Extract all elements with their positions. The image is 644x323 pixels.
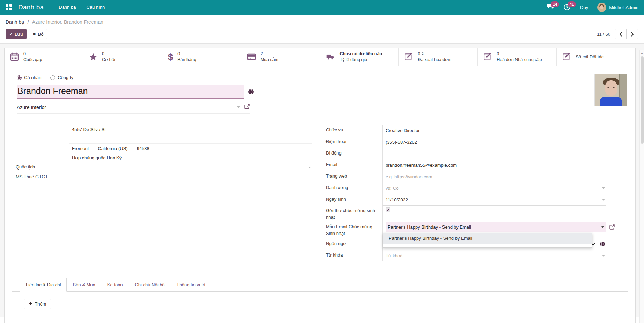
stat-button-sales[interactable]: $ 0Bán hàng <box>162 48 241 66</box>
tab-internal-notes[interactable]: Ghi chú Nội bộ <box>129 278 171 292</box>
birthdate-label: Ngày sinh <box>326 194 382 206</box>
form-sheet: 0Cuộc gặp 0Cơ hội $ 0Bán hàng 2Mua s <box>4 48 636 323</box>
messages-icon[interactable]: 14 <box>547 3 554 11</box>
systray: 14 41 Duy Mitchell Admin <box>547 3 638 12</box>
vat-field[interactable] <box>69 172 312 182</box>
messages-badge: 14 <box>551 1 559 7</box>
stat-button-on-time-rate[interactable]: Chưa có dữ liệu nàoTỷ lệ đúng giờ <box>320 48 399 66</box>
job-field[interactable]: Creative Director <box>382 125 606 136</box>
chevron-right-icon <box>631 32 634 37</box>
discard-button[interactable]: ✖ Bỏ <box>29 29 47 39</box>
chevron-left-icon <box>619 32 622 37</box>
address-label-spacer <box>12 125 69 163</box>
globe-icon[interactable] <box>248 89 254 95</box>
stat-button-meetings[interactable]: 0Cuộc gặp <box>5 48 83 66</box>
pager-previous-button[interactable] <box>615 29 627 39</box>
stat-button-opportunities[interactable]: 0Cơ hội <box>83 48 162 66</box>
stat-button-purchases[interactable]: 2Mua sắm <box>241 48 320 66</box>
stat-label: Sổ cái Đối tác <box>576 54 603 59</box>
tab-accounting[interactable]: Kế toán <box>101 278 129 292</box>
mobile-row: Di động <box>326 148 606 159</box>
nav-menu: Danh bạ Cấu hình <box>53 0 110 15</box>
title-input[interactable] <box>386 186 606 191</box>
job-row: Chức vụ Creative Director <box>326 125 606 136</box>
birthdate-field[interactable]: 11/10/2022 <box>382 194 606 206</box>
menu-contacts[interactable]: Danh bạ <box>53 0 81 15</box>
title-label: Danh xưng <box>326 182 382 194</box>
ledger-icon <box>562 52 571 61</box>
phone-field[interactable]: (355)-687-3262 <box>382 136 606 148</box>
scrollbar-thumb[interactable] <box>641 56 644 144</box>
zip-field[interactable]: 94538 <box>137 146 149 151</box>
text-cursor <box>453 224 453 230</box>
external-link-icon[interactable] <box>609 224 615 231</box>
tags-label: Từ khóa <box>326 250 382 261</box>
tab-location-info[interactable]: Thông tin vị trí <box>171 278 211 292</box>
form-body: Cá nhân Công ty Azure Interior <box>5 66 635 323</box>
caret-down-icon <box>601 226 604 228</box>
app-title[interactable]: Danh bạ <box>18 3 44 11</box>
apps-grid-icon[interactable] <box>6 4 13 11</box>
birthday-template-field[interactable]: Partner's Happy Birthday - Send by Email <box>386 222 606 232</box>
tab-sales-purchase[interactable]: Bán & Mua <box>67 278 101 292</box>
dropdown-option[interactable]: Partner's Happy Birthday - Send by Email <box>383 233 592 244</box>
breadcrumb-root[interactable]: Danh bạ <box>6 19 24 25</box>
email-field[interactable]: brandon.freeman55@example.com <box>382 159 606 171</box>
user-menu[interactable]: Mitchell Admin <box>597 3 638 12</box>
nationality-field[interactable] <box>69 163 312 172</box>
save-button[interactable]: ✔ Lưu <box>6 29 27 39</box>
mobile-field[interactable] <box>382 148 606 159</box>
globe-icon[interactable] <box>600 241 605 247</box>
contact-form-screen: Danh bạ Danh bạ Cấu hình 14 41 Duy <box>0 0 644 323</box>
scrollbar-up-arrow[interactable]: ▲ <box>640 50 644 54</box>
menu-configuration[interactable]: Cấu hình <box>81 0 110 15</box>
radio-unselected-icon <box>50 75 55 80</box>
nationality-row: Quốc tịch <box>12 163 312 172</box>
check-icon: ✔ <box>9 32 13 36</box>
pager <box>615 29 638 39</box>
state-field[interactable]: California (US) <box>98 146 127 151</box>
job-label: Chức vụ <box>326 125 382 136</box>
company-type-radio-group: Cá nhân Công ty <box>17 75 628 80</box>
vat-row: MS Thuế GTGT <box>12 172 312 182</box>
pager-next-button[interactable] <box>627 29 638 39</box>
stat-button-partner-ledger[interactable]: Sổ cái Đối tác <box>557 48 635 66</box>
activities-icon[interactable]: 41 <box>563 3 571 11</box>
company-switcher[interactable]: Duy <box>580 5 588 10</box>
street-field[interactable]: 4557 De Silva St <box>69 125 312 134</box>
address-values: 4557 De Silva St Fremont California (US)… <box>69 125 312 163</box>
stat-button-invoiced[interactable]: 0 ₫Đã xuất hoá đơn <box>399 48 478 66</box>
street2-field[interactable] <box>69 134 312 144</box>
radio-company[interactable]: Công ty <box>50 75 73 80</box>
name-row <box>17 85 628 99</box>
tab-contacts-addresses[interactable]: Liên lạc & Địa chỉ <box>20 278 67 292</box>
company-field[interactable]: Azure Interior <box>17 105 237 110</box>
birthday-template-label: Mẫu Email Chúc mừng Sinh nhật <box>326 222 382 238</box>
breadcrumb-current: Azure Interior, Brandon Freeman <box>32 19 103 25</box>
city-state-zip-row: Fremont California (US) 94538 <box>69 144 312 153</box>
birthday-reminder-checkbox[interactable] <box>386 207 390 212</box>
save-button-label: Lưu <box>15 31 23 37</box>
country-field[interactable]: Hợp chủng quốc Hoa Kỳ <box>69 153 312 163</box>
stat-button-vendor-bills[interactable]: 0Hoá đơn Nhà cung cấp <box>478 48 557 66</box>
contact-name-input[interactable] <box>17 85 244 99</box>
star-icon <box>89 53 97 61</box>
right-column: Chức vụ Creative Director Điện thoại (35… <box>326 125 606 261</box>
pager-counter: 11 / 60 <box>597 31 610 37</box>
contact-photo[interactable] <box>594 74 627 106</box>
title-row: Danh xưng <box>326 182 606 194</box>
city-field[interactable]: Fremont <box>72 146 89 151</box>
add-contact-button[interactable]: ✚ Thêm <box>24 299 51 309</box>
tags-input[interactable] <box>386 253 606 258</box>
external-link-icon[interactable] <box>244 103 250 111</box>
edit-invoice-icon <box>404 52 413 61</box>
email-row: Email brandon.freeman55@example.com <box>326 159 606 171</box>
radio-individual[interactable]: Cá nhân <box>17 75 41 80</box>
template-text-after-cursor: by Email <box>454 224 471 230</box>
vertical-scrollbar[interactable]: ▲ <box>639 50 644 323</box>
tags-row: Từ khóa <box>326 250 606 261</box>
company-field-row: Azure Interior <box>17 103 250 114</box>
phone-label: Điện thoại <box>326 136 382 148</box>
website-input[interactable] <box>386 174 606 179</box>
template-autocomplete-dropdown: Partner's Happy Birthday - Send by Email <box>383 233 592 248</box>
